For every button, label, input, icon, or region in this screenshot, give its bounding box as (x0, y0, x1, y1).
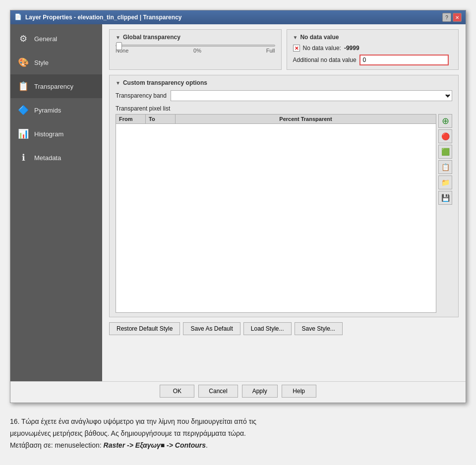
dialog-body: ⚙ General 🎨 Style 📋 Transparency 🔷 Pyram… (10, 24, 466, 381)
slider-label-mid: 0% (193, 48, 201, 54)
no-data-value: -9999 (344, 45, 359, 52)
save-style-button[interactable]: Save Style... (295, 322, 343, 335)
layer-properties-dialog: 📄 Layer Properties - elevation_tin_clipp… (10, 10, 466, 403)
sidebar-label-metadata: Metadata (34, 154, 61, 162)
titlebar-buttons: ? ✕ (442, 13, 462, 22)
load-style-button[interactable]: Load Style... (243, 322, 292, 335)
col-header-pct: Percent Transparent (176, 115, 436, 123)
band-label: Transparency band (116, 92, 167, 99)
titlebar-left: 📄 Layer Properties - elevation_tin_clipp… (14, 13, 181, 21)
no-data-header: ▼ No data value (293, 34, 453, 41)
bottom-text-line1: 16. Τώρα έχετε ένα ανάγλυφο υψόμετρο για… (10, 416, 466, 428)
color-picker-button[interactable]: 🟩 (438, 145, 452, 159)
transparency-slider-thumb[interactable] (116, 42, 122, 50)
add-row-button[interactable]: ⊕ (438, 114, 452, 128)
bottom-buttons-row: Restore Default Style Save As Default Lo… (109, 322, 459, 335)
style-icon: 🎨 (16, 56, 30, 69)
sidebar-label-pyramids: Pyramids (34, 107, 61, 114)
close-titlebar-button[interactable]: ✕ (453, 13, 462, 22)
sidebar-item-pyramids[interactable]: 🔷 Pyramids (10, 98, 102, 122)
cancel-button[interactable]: Cancel (198, 385, 238, 398)
no-data-checkbox[interactable]: ✕ (293, 45, 300, 52)
section-arrow-custom: ▼ (116, 80, 120, 86)
bottom-text-square: ■ (161, 441, 165, 449)
sidebar-item-metadata[interactable]: ℹ Metadata (10, 146, 102, 170)
dialog-actions: OK Cancel Apply Help (10, 381, 466, 403)
bottom-text-area: 16. Τώρα έχετε ένα ανάγλυφο υψόμετρο για… (0, 408, 476, 456)
pixel-table: From To Percent Transparent (116, 114, 436, 313)
custom-transparency-header: ▼ Custom transparency options (116, 79, 452, 86)
pixel-list-label: Transparent pixel list (116, 105, 452, 112)
slider-row (116, 45, 275, 47)
metadata-icon: ℹ (16, 151, 30, 165)
help-button[interactable]: Help (282, 385, 316, 398)
band-row: Transparency band ▼ (116, 90, 452, 101)
bottom-text-line3: Μετάβαση σε: menuselection: Raster -> Εξ… (10, 440, 466, 452)
color-icon: 🟩 (441, 148, 450, 156)
sidebar-label-style: Style (34, 59, 49, 66)
global-transparency-label: Global transparency (123, 34, 180, 41)
col-header-from: From (116, 115, 146, 123)
top-panels: ▼ Global transparency None 0% Full (109, 29, 459, 70)
section-arrow-nodata: ▼ (293, 35, 298, 40)
transparency-slider-track[interactable] (116, 45, 275, 47)
pixel-table-wrapper: From To Percent Transparent ⊕ (116, 114, 452, 313)
copy-icon: 📋 (441, 163, 450, 171)
general-icon: ⚙ (16, 32, 30, 46)
help-titlebar-button[interactable]: ? (442, 13, 451, 22)
open-button[interactable]: 📁 (438, 175, 452, 189)
save-as-default-button[interactable]: Save As Default (183, 322, 240, 335)
col-header-to: To (146, 115, 176, 123)
sidebar-item-general[interactable]: ⚙ General (10, 27, 102, 51)
bottom-text-end: . (206, 441, 208, 449)
no-data-text-label: No data value: (303, 45, 341, 52)
sidebar-item-style[interactable]: 🎨 Style (10, 51, 102, 74)
additional-no-data-row: Additional no data value (293, 55, 453, 65)
custom-transparency-label: Custom transparency options (123, 79, 207, 86)
folder-icon: 📁 (441, 178, 450, 186)
section-arrow-global: ▼ (116, 35, 120, 40)
pyramids-icon: 🔷 (16, 103, 30, 117)
add-icon: ⊕ (442, 116, 449, 126)
transparency-icon: 📋 (16, 79, 30, 93)
global-transparency-header: ▼ Global transparency (116, 34, 275, 41)
dialog-icon: 📄 (14, 13, 22, 21)
sidebar-item-transparency[interactable]: 📋 Transparency (10, 74, 102, 98)
save-icon: 💾 (441, 194, 450, 202)
bottom-text-raster: Raster (104, 441, 125, 449)
pixel-table-header: From To Percent Transparent (116, 115, 436, 124)
main-content: ▼ Global transparency None 0% Full (102, 24, 466, 381)
no-data-row: ✕ No data value: -9999 (293, 45, 453, 52)
transparency-band-select[interactable] (171, 90, 452, 101)
sidebar-label-histogram: Histogram (34, 130, 63, 138)
dialog-title: Layer Properties - elevation_tin_clipped… (25, 14, 181, 21)
remove-row-button[interactable]: 🔴 (438, 129, 452, 143)
dialog-titlebar: 📄 Layer Properties - elevation_tin_clipp… (10, 10, 466, 24)
pixel-table-body (116, 124, 436, 312)
sidebar-item-histogram[interactable]: 📊 Histogram (10, 122, 102, 146)
table-side-buttons: ⊕ 🔴 🟩 📋 📁 (438, 114, 452, 313)
histogram-icon: 📊 (16, 127, 30, 141)
slider-label-full: Full (266, 48, 275, 54)
slider-labels: None 0% Full (116, 48, 275, 54)
bottom-text-contours: -> Contours (165, 441, 206, 449)
sidebar: ⚙ General 🎨 Style 📋 Transparency 🔷 Pyram… (10, 24, 102, 381)
custom-transparency-panel: ▼ Custom transparency options Transparen… (109, 75, 459, 317)
copy-button[interactable]: 📋 (438, 160, 452, 174)
restore-default-button[interactable]: Restore Default Style (109, 322, 180, 335)
bottom-text-line2: μεμονωμένες μετρήσεις βάθους. Ας δημιουρ… (10, 428, 466, 440)
sidebar-label-general: General (34, 35, 57, 43)
no-data-panel: ▼ No data value ✕ No data value: -9999 A… (287, 29, 459, 70)
global-transparency-panel: ▼ Global transparency None 0% Full (109, 29, 282, 70)
remove-icon: 🔴 (441, 132, 450, 140)
ok-button[interactable]: OK (160, 385, 194, 398)
save-button[interactable]: 💾 (438, 191, 452, 205)
bottom-text-arrow: -> Εξαγωγ (125, 441, 161, 449)
bottom-text-prefix: Μετάβαση σε: menuselection: (10, 441, 104, 449)
band-select-wrapper: ▼ (171, 90, 452, 101)
additional-no-data-input[interactable] (359, 55, 449, 65)
sidebar-label-transparency: Transparency (34, 83, 73, 90)
additional-no-data-label: Additional no data value (293, 57, 357, 63)
apply-button[interactable]: Apply (242, 385, 278, 398)
no-data-label: No data value (300, 34, 339, 41)
